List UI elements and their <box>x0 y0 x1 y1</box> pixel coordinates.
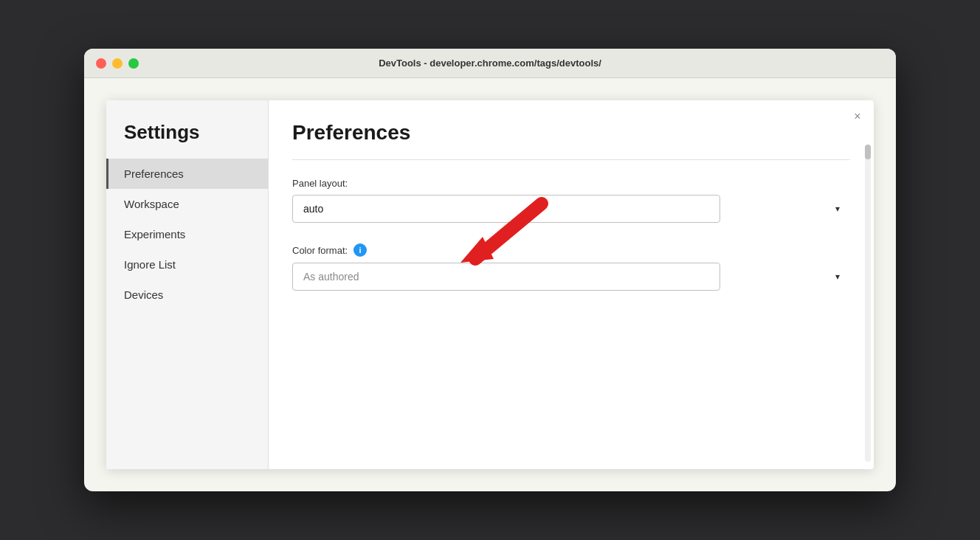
browser-window: DevTools - developer.chrome.com/tags/dev… <box>84 49 896 491</box>
color-format-dropdown-arrow: ▾ <box>835 271 840 282</box>
color-format-label: Color format: <box>292 245 348 256</box>
info-icon-text: i <box>359 246 362 255</box>
panel-layout-select[interactable]: auto horizontal vertical <box>292 195 720 223</box>
sidebar-item-devices[interactable]: Devices <box>106 280 268 310</box>
divider <box>292 159 850 160</box>
sidebar-nav: Preferences Workspace Experiments Ignore… <box>106 159 268 310</box>
main-content: Preferences Panel layout: auto horizonta… <box>269 100 874 469</box>
title-bar: DevTools - developer.chrome.com/tags/dev… <box>84 49 896 78</box>
sidebar-item-ignore-list[interactable]: Ignore List <box>106 249 268 280</box>
settings-heading: Settings <box>106 100 268 159</box>
panel-layout-select-wrapper: auto horizontal vertical ▾ <box>292 195 850 223</box>
color-format-select-wrapper: As authored hex rgb hsl ▾ <box>292 263 850 291</box>
page-title: Preferences <box>292 121 850 145</box>
close-window-button[interactable] <box>96 58 106 69</box>
panel-layout-label: Panel layout: <box>292 178 850 189</box>
color-format-section: Color format: i As authored hex rgb hsl … <box>292 243 850 291</box>
scrollbar-track <box>865 145 871 462</box>
window-title: DevTools - developer.chrome.com/tags/dev… <box>379 58 601 69</box>
panel-layout-dropdown-arrow: ▾ <box>835 204 840 214</box>
scrollbar-thumb[interactable] <box>865 145 871 159</box>
sidebar-item-workspace[interactable]: Workspace <box>106 189 268 219</box>
panel-layout-section: Panel layout: auto horizontal vertical ▾ <box>292 178 850 223</box>
color-format-select[interactable]: As authored hex rgb hsl <box>292 263 720 291</box>
traffic-lights <box>96 58 139 69</box>
settings-dialog: × Settings Preferences Workspace Experim… <box>106 100 874 469</box>
minimize-window-button[interactable] <box>112 58 122 69</box>
color-format-info-icon[interactable]: i <box>353 243 367 257</box>
settings-sidebar: Settings Preferences Workspace Experimen… <box>106 100 269 469</box>
color-format-label-row: Color format: i <box>292 243 850 257</box>
maximize-window-button[interactable] <box>128 58 139 69</box>
sidebar-item-preferences[interactable]: Preferences <box>106 159 268 189</box>
sidebar-item-experiments[interactable]: Experiments <box>106 219 268 249</box>
